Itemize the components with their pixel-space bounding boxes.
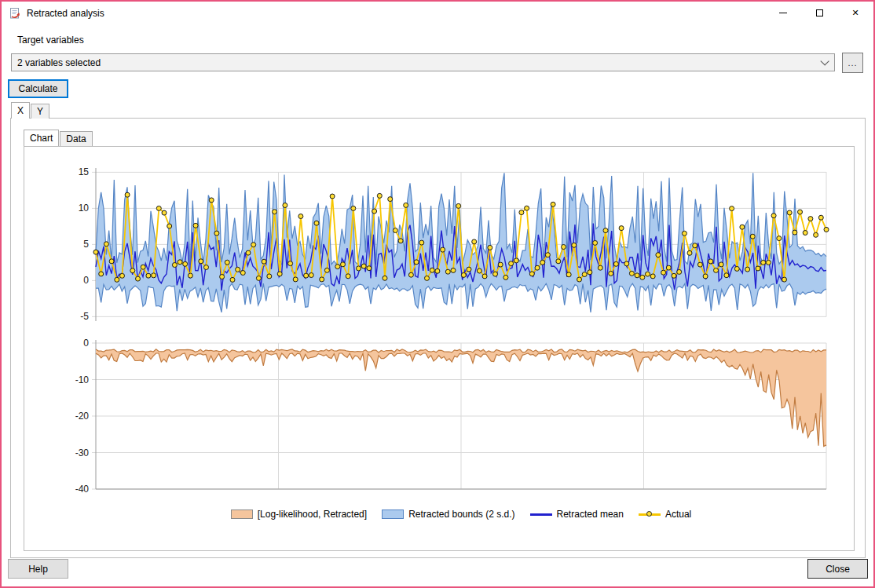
actual-marker	[803, 231, 807, 236]
y-tick-label: -5	[80, 311, 89, 322]
actual-marker	[793, 230, 797, 235]
actual-marker	[650, 274, 655, 279]
actual-marker	[824, 227, 829, 232]
actual-marker	[814, 232, 818, 237]
actual-marker	[298, 214, 303, 219]
actual-marker	[146, 273, 151, 278]
actual-marker	[640, 275, 645, 279]
y-tick-label: -10	[75, 374, 90, 385]
retraction-chart: 151050-50-10-20-30-40	[24, 147, 854, 550]
actual-marker	[314, 221, 319, 225]
actual-marker	[162, 210, 167, 215]
actual-marker	[556, 259, 561, 264]
actual-marker	[818, 215, 823, 220]
chart-data-tab-strip: Chart Data	[24, 130, 93, 146]
y-tick-label: -40	[75, 484, 90, 495]
actual-marker	[256, 276, 261, 280]
minimize-button[interactable]	[765, 2, 801, 24]
actual-marker	[393, 228, 397, 233]
actual-marker	[582, 272, 587, 277]
actual-marker	[167, 224, 172, 228]
actual-marker	[461, 272, 466, 277]
target-variables-dropdown[interactable]: 2 variables selected	[11, 53, 835, 71]
actual-marker	[367, 266, 372, 271]
actual-marker	[646, 272, 650, 276]
actual-marker	[220, 275, 225, 279]
actual-marker	[346, 274, 350, 279]
actual-marker	[125, 192, 130, 197]
close-button[interactable]: ✕	[837, 2, 873, 24]
chart-panel: 151050-50-10-20-30-40 [Log-likelihood, R…	[24, 146, 855, 551]
actual-marker	[104, 242, 108, 247]
actual-marker	[136, 276, 141, 281]
actual-marker	[472, 239, 477, 244]
actual-marker	[514, 258, 518, 263]
actual-marker	[273, 210, 277, 214]
y-tick-label: 0	[83, 338, 89, 349]
actual-marker	[745, 267, 750, 272]
actual-marker	[351, 206, 356, 210]
actual-marker	[372, 209, 377, 214]
actual-marker	[451, 268, 456, 272]
actual-marker	[566, 272, 571, 277]
actual-marker	[682, 231, 686, 236]
actual-marker	[236, 267, 240, 272]
close-dialog-button[interactable]: Close	[807, 559, 868, 579]
actual-marker	[240, 271, 245, 276]
tab-x[interactable]: X	[11, 102, 30, 119]
actual-marker	[624, 261, 629, 266]
actual-marker	[304, 273, 309, 278]
actual-marker	[613, 261, 618, 266]
actual-marker	[661, 270, 666, 275]
actual-marker	[714, 268, 719, 272]
actual-marker	[708, 259, 713, 264]
actual-marker	[188, 273, 192, 278]
actual-marker	[204, 265, 209, 270]
actual-marker	[246, 250, 251, 255]
actual-marker	[687, 250, 692, 255]
actual-marker	[593, 240, 598, 245]
actual-marker	[152, 273, 156, 278]
actual-marker	[656, 253, 661, 257]
legend-item-loglikelihood: [Log-likelihood, Retracted]	[231, 509, 367, 520]
maximize-button[interactable]	[801, 2, 837, 24]
legend-label-bounds: Retracted bounds (2 s.d.)	[408, 509, 514, 520]
actual-marker	[572, 243, 577, 247]
window-title: Retracted analysis	[27, 8, 104, 19]
browse-variables-button[interactable]: ...	[842, 53, 863, 73]
y-tick-label: -20	[75, 411, 90, 422]
actual-marker	[178, 260, 182, 265]
legend-label-loglikelihood: [Log-likelihood, Retracted]	[258, 509, 367, 520]
actual-marker	[320, 277, 324, 282]
actual-marker	[93, 250, 98, 254]
actual-marker	[288, 261, 293, 266]
actual-marker	[141, 265, 145, 269]
tab-data[interactable]: Data	[60, 131, 92, 146]
actual-marker	[519, 210, 524, 215]
y-tick-label: 15	[79, 166, 90, 177]
calculate-button[interactable]: Calculate	[8, 79, 68, 98]
chevron-down-icon	[820, 57, 829, 65]
actual-marker	[404, 203, 408, 207]
tab-chart[interactable]: Chart	[24, 130, 59, 146]
actual-marker	[693, 243, 697, 248]
actual-marker	[577, 277, 582, 282]
actual-marker	[609, 271, 613, 276]
legend-item-mean: Retracted mean	[530, 509, 624, 520]
actual-marker	[99, 272, 104, 276]
legend-label-actual: Actual	[665, 509, 691, 520]
title-bar[interactable]: Retracted analysis ✕	[2, 2, 873, 24]
actual-marker	[525, 206, 529, 210]
actual-marker	[115, 277, 119, 282]
actual-marker	[293, 277, 298, 282]
actual-marker	[808, 217, 813, 221]
bounds-swatch	[382, 509, 404, 519]
actual-marker	[730, 206, 734, 211]
actual-marker	[771, 214, 776, 218]
loglikelihood-swatch	[231, 509, 253, 519]
help-button[interactable]: Help	[8, 559, 68, 579]
tab-y[interactable]: Y	[31, 104, 49, 119]
actual-marker	[445, 269, 450, 274]
y-tick-label: 5	[83, 239, 89, 250]
minimize-icon	[779, 13, 787, 13]
